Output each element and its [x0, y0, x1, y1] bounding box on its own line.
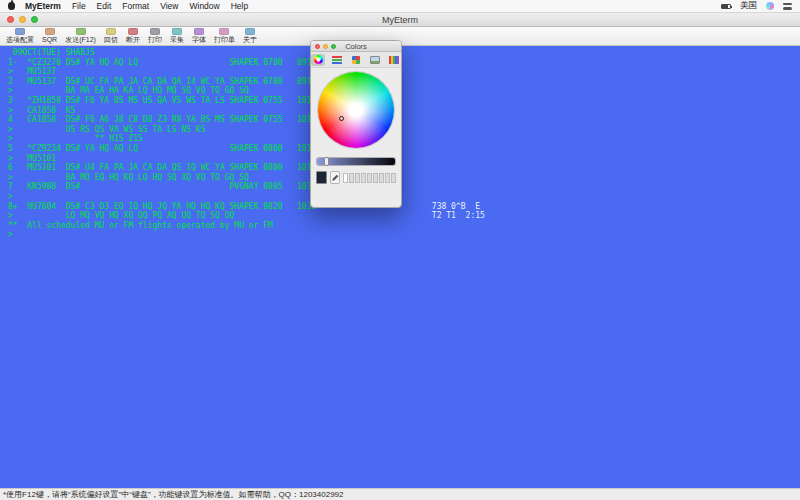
- toolbar-button-label: 打印单: [214, 36, 235, 44]
- color-swatch-1[interactable]: [349, 173, 354, 183]
- toolbar-button-label: 打印: [148, 36, 162, 44]
- menu-item-5[interactable]: Help: [231, 1, 248, 11]
- terminal-line: ** All scheduled MU or FM flights operat…: [8, 221, 800, 231]
- colors-panel: Colors: [310, 40, 402, 208]
- menubar-app-name[interactable]: MyEterm: [25, 1, 61, 11]
- toolbar-button-label: 字体: [192, 36, 206, 44]
- terminal-line: > CA1858 KS: [8, 106, 800, 116]
- traffic-lights: [7, 16, 38, 23]
- color-swatch-6[interactable]: [379, 173, 384, 183]
- menu-item-3[interactable]: View: [160, 1, 178, 11]
- zoom-button[interactable]: [31, 16, 38, 23]
- toolbar-button-4[interactable]: 断开: [126, 28, 140, 44]
- colors-panel-toolbar: [311, 52, 401, 68]
- window-titlebar[interactable]: MyEterm: [0, 13, 800, 27]
- toolbar-button-icon: [45, 28, 55, 35]
- current-color-well[interactable]: [316, 171, 327, 184]
- menu-item-2[interactable]: Format: [122, 1, 149, 11]
- image-palettes-tab[interactable]: [368, 54, 382, 66]
- toolbar-button-icon: [194, 28, 204, 35]
- window-title: MyEterm: [0, 15, 800, 25]
- color-palettes-tab[interactable]: [349, 54, 363, 66]
- color-swatch-7[interactable]: [385, 173, 390, 183]
- toolbar-button-icon: [245, 28, 255, 35]
- menubar-items: FileEditFormatViewWindowHelp: [72, 1, 259, 11]
- toolbar-button-icon: [150, 28, 160, 35]
- terminal-line: 3 *ZH1858 DS# F6 YA BS MS US QA VS WS TA…: [8, 96, 800, 106]
- toolbar-button-label: 发送(F12): [65, 36, 96, 44]
- color-swatch-5[interactable]: [373, 173, 378, 183]
- palette-icon: [352, 56, 360, 64]
- toolbar-button-icon: [128, 28, 138, 35]
- apple-menu-icon[interactable]: [8, 2, 15, 10]
- terminal-line: 6 MU5101 DS# U4 FA PA JA CA DA QS IQ WC …: [8, 163, 800, 173]
- terminal-line: 4 CA1858 DS# F6 A6 J8 C8 D8 Z3 R8 YA BS …: [8, 115, 800, 125]
- toolbar-button-icon: [15, 28, 25, 35]
- toolbar-button-8[interactable]: 打印单: [214, 28, 235, 44]
- terminal-line: > MU5137: [8, 67, 800, 77]
- brightness-slider[interactable]: [317, 158, 395, 165]
- pencils-tab[interactable]: [387, 54, 401, 66]
- terminal-line: 7 KN5988 DS# PVGNAY 0805 1030: [8, 182, 800, 192]
- terminal-line: > BA MQ EQ HQ KQ LQ HQ SQ XQ VQ TQ GQ SQ: [8, 173, 800, 183]
- color-swatch-0[interactable]: [343, 173, 348, 183]
- control-center-icon[interactable]: [783, 3, 792, 10]
- toolbar-button-icon: [106, 28, 116, 35]
- status-message: *使用F12键，请将“系统偏好设置”中“键盘”，功能键设置为标准值。如需帮助，Q…: [3, 489, 344, 500]
- color-sliders-tab[interactable]: [330, 54, 344, 66]
- color-swatch-8[interactable]: [391, 173, 396, 183]
- toolbar-button-3[interactable]: 回切: [104, 28, 118, 44]
- terminal-line: > US RS QS VA WS SS TA LS NS KS: [8, 125, 800, 135]
- toolbar-button-icon: [172, 28, 182, 35]
- toolbar-button-1[interactable]: SQR: [42, 28, 57, 44]
- siri-icon[interactable]: [766, 2, 774, 10]
- colors-panel-footer: [311, 165, 401, 184]
- menu-item-4[interactable]: Window: [189, 1, 219, 11]
- image-icon: [370, 56, 380, 64]
- terminal-line: 8+ HU7604 DS# C3 D3 EQ IQ HQ JQ YA HQ HQ…: [8, 202, 800, 212]
- sliders-icon: [332, 56, 342, 64]
- colors-panel-titlebar[interactable]: Colors: [311, 41, 401, 52]
- terminal-line: 2 MU5137 DS# UC FA PA JA CA DA QA I4 WC …: [8, 77, 800, 87]
- terminal-line: >: [8, 230, 800, 240]
- toolbar-button-9[interactable]: 关于: [243, 28, 257, 44]
- toolbar-button-2[interactable]: 发送(F12): [65, 28, 96, 44]
- eyedropper-icon: [331, 174, 339, 182]
- terminal-line: > ** H1S Z1S: [8, 134, 800, 144]
- brightness-slider-knob[interactable]: [324, 157, 329, 166]
- menu-item-1[interactable]: Edit: [97, 1, 112, 11]
- toolbar-button-7[interactable]: 字体: [192, 28, 206, 44]
- toolbar-button-label: 关于: [243, 36, 257, 44]
- toolbar-button-5[interactable]: 打印: [148, 28, 162, 44]
- terminal-line: >: [8, 192, 800, 202]
- colors-panel-close-button[interactable]: [315, 44, 320, 49]
- color-wheel-selector[interactable]: [339, 116, 344, 121]
- toolbar-button-icon: [76, 28, 86, 35]
- menubar: MyEterm FileEditFormatViewWindowHelp 美国: [0, 0, 800, 13]
- battery-icon[interactable]: [721, 4, 731, 9]
- color-swatch-3[interactable]: [361, 173, 366, 183]
- terminal-line: 09OCT(TUE) SHABJS: [8, 48, 800, 58]
- minimize-button[interactable]: [19, 16, 26, 23]
- toolbar-button-icon: [219, 28, 229, 35]
- eyedropper-button[interactable]: [330, 171, 340, 184]
- color-wheel[interactable]: [318, 72, 394, 148]
- input-source-label[interactable]: 美国: [740, 0, 757, 12]
- colors-panel-zoom-button[interactable]: [331, 44, 336, 49]
- colors-panel-minimize-button[interactable]: [323, 44, 328, 49]
- statusbar: *使用F12键，请将“系统偏好设置”中“键盘”，功能键设置为标准值。如需帮助，Q…: [0, 488, 800, 500]
- menubar-status-area: 美国: [721, 0, 792, 12]
- terminal-line: 5 *CZ9234 DS# YA HQ AQ LQ SHAPEK 0800 10…: [8, 144, 800, 154]
- terminal-line: > MU5101: [8, 154, 800, 164]
- toolbar-button-label: SQR: [42, 36, 57, 44]
- color-swatch-2[interactable]: [355, 173, 360, 183]
- toolbar-button-label: 采集: [170, 36, 184, 44]
- menu-item-0[interactable]: File: [72, 1, 86, 11]
- color-swatch-4[interactable]: [367, 173, 372, 183]
- toolbar-button-label: 选项配置: [6, 36, 34, 44]
- close-button[interactable]: [7, 16, 14, 23]
- terminal-line: > LQ MQ VQ HQ XQ QQ PQ AQ UQ TQ SQ OQ T2…: [8, 211, 800, 221]
- color-wheel-tab[interactable]: [311, 54, 325, 66]
- toolbar-button-0[interactable]: 选项配置: [6, 28, 34, 44]
- toolbar-button-6[interactable]: 采集: [170, 28, 184, 44]
